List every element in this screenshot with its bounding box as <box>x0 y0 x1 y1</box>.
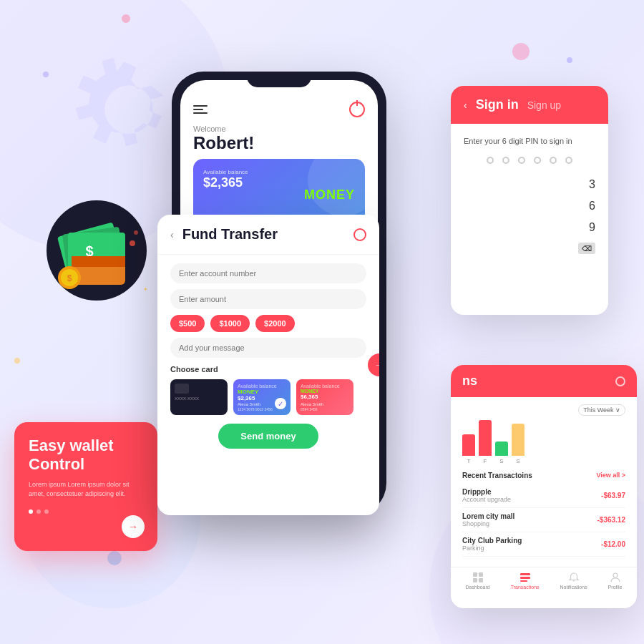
trans-info-1: Drippple Account upgrade <box>462 488 511 503</box>
amount-btn-1000[interactable]: $1000 <box>210 315 250 332</box>
trans-amount-1: -$63.97 <box>601 492 625 499</box>
trans-amount-2: -$363.12 <box>597 516 625 524</box>
tbn-profile[interactable]: Profile <box>608 572 623 590</box>
pin-dot-1 <box>487 157 494 164</box>
trans-power-icon[interactable] <box>615 376 625 386</box>
svg-point-49 <box>613 573 618 577</box>
svg-rect-7 <box>72 256 125 260</box>
send-money-btn[interactable]: Send money <box>218 424 318 449</box>
easy-wallet-desc: Lorem ipsum Lorem ipsum dolor sit amet, … <box>29 480 143 499</box>
signin-subtitle: Enter your 6 digit PIN to sign in <box>464 137 595 145</box>
card-number: 1234 5678 9012 3456 <box>238 407 273 411</box>
pin-dots <box>464 157 595 164</box>
easy-wallet-arrow[interactable]: → <box>122 515 145 538</box>
trans-bottom-nav: Dashboard Transactions Notifications Pro… <box>451 567 637 594</box>
mini-card-selected[interactable]: Available balance MONEY $2,365 Alexa Smi… <box>233 379 291 415</box>
svg-text:$: $ <box>67 273 72 283</box>
mini-card-dark[interactable]: XXXX-XXXX <box>170 379 228 415</box>
easy-wallet-title: Easy wallet Control <box>29 436 143 474</box>
message-input[interactable] <box>170 338 366 358</box>
ew-page-dots <box>29 509 143 514</box>
week-badge[interactable]: This Week ∨ <box>578 404 625 416</box>
card-selector: XXXX-XXXX Available balance MONEY $2,365… <box>170 379 366 415</box>
pin-dot-3 <box>518 157 525 164</box>
num-key-6[interactable]: 6 <box>589 200 595 213</box>
trans-cat-3: Parking <box>462 545 522 552</box>
wallet-illustration: $ $ <box>39 193 161 315</box>
transactions-panel: ns This Week ∨ T F S S <box>451 365 637 608</box>
trans-item-2[interactable]: Lorem city mall Shopping -$363.12 <box>462 508 625 532</box>
fund-power-icon[interactable] <box>353 228 366 241</box>
trans-info-2: Lorem city mall Shopping <box>462 512 514 527</box>
fund-body: $500 $1000 $2000 Choose card XXXX-XXXX A… <box>157 255 379 457</box>
svg-point-11 <box>130 240 135 246</box>
trans-cat-1: Account upgrade <box>462 496 511 503</box>
trans-item-3[interactable]: City Club Parking Parking -$12.00 <box>462 532 625 557</box>
tbn-profile-label: Profile <box>608 585 623 590</box>
phone-notch <box>247 72 311 87</box>
tbn-notifications-label: Notifications <box>560 585 587 590</box>
check-badge: ✓ <box>275 398 286 409</box>
card-balance-label: Available balance <box>203 169 355 175</box>
ew-dot-3 <box>44 509 49 514</box>
tbn-notifications[interactable]: Notifications <box>560 572 587 590</box>
choose-card-label: Choose card <box>170 365 366 374</box>
dec-circle-8 <box>14 358 20 364</box>
card-brand: MONEY <box>304 187 355 203</box>
easy-wallet-card: Easy wallet Control Lorem ipsum Lorem ip… <box>14 422 157 551</box>
svg-rect-42 <box>473 572 477 577</box>
svg-rect-45 <box>479 578 483 582</box>
pin-dot-6 <box>565 157 572 164</box>
trans-title: ns <box>462 374 477 389</box>
bar-chart: T F S S <box>462 421 625 464</box>
fund-title: Fund Transfer <box>182 226 345 243</box>
bar-4 <box>512 424 525 456</box>
tbn-dashboard-label: Dashboard <box>465 585 489 590</box>
pin-dot-4 <box>534 157 541 164</box>
bar-3 <box>495 441 508 456</box>
trans-info-3: City Club Parking Parking <box>462 537 522 552</box>
signin-back-btn[interactable]: ‹ <box>464 99 467 111</box>
svg-rect-48 <box>520 580 527 582</box>
card-name: Alexa Smith <box>238 402 260 406</box>
mini-card-red[interactable]: Available balance MONEY $6,365 Alexa Smi… <box>296 379 353 415</box>
trans-name-2: Lorem city mall <box>462 512 514 520</box>
welcome-text: Welcome <box>193 125 365 133</box>
ew-dot-2 <box>36 509 41 514</box>
phone-header <box>193 102 365 117</box>
trans-body: This Week ∨ T F S S Recent Transactoins <box>451 397 637 564</box>
power-icon[interactable] <box>349 102 365 117</box>
signin-body: Enter your 6 digit PIN to sign in 3 6 9 … <box>451 124 608 267</box>
trans-name-1: Drippple <box>462 488 511 496</box>
signin-title: Sign in <box>476 97 519 112</box>
trans-name-3: City Club Parking <box>462 537 522 545</box>
fund-header: ‹ Fund Transfer <box>157 215 379 255</box>
welcome-name: Robert! <box>193 133 365 153</box>
num-key-9[interactable]: 9 <box>589 221 595 234</box>
bar-2 <box>479 420 492 456</box>
svg-rect-43 <box>479 572 483 577</box>
signin-signup-btn[interactable]: Sign up <box>527 99 561 111</box>
num-key-3[interactable]: 3 <box>589 178 595 191</box>
trans-cat-2: Shopping <box>462 520 514 527</box>
svg-rect-44 <box>473 578 477 582</box>
fund-back-btn[interactable]: ‹ <box>170 229 174 240</box>
red-card-number: 6594 3456 <box>301 407 318 411</box>
signin-header: ‹ Sign in Sign up <box>451 86 608 124</box>
dec-circle-4 <box>512 43 530 60</box>
amount-input[interactable] <box>170 289 366 309</box>
hamburger-icon[interactable] <box>193 105 208 114</box>
account-number-input[interactable] <box>170 263 366 283</box>
view-all-btn[interactable]: View all > <box>596 472 625 479</box>
amount-btn-2000[interactable]: $2000 <box>255 315 295 332</box>
del-key[interactable]: ⌫ <box>578 243 595 254</box>
ew-dot-1 <box>29 509 33 514</box>
numpad: 3 6 9 ⌫ <box>464 178 595 254</box>
trans-item-1[interactable]: Drippple Account upgrade -$63.97 <box>462 484 625 508</box>
bar-1 <box>462 434 475 456</box>
svg-rect-46 <box>520 573 530 575</box>
tbn-transactions[interactable]: Transactions <box>511 572 540 590</box>
amount-btn-500[interactable]: $500 <box>170 315 205 332</box>
pin-dot-2 <box>502 157 509 164</box>
tbn-dashboard[interactable]: Dashboard <box>465 572 489 590</box>
